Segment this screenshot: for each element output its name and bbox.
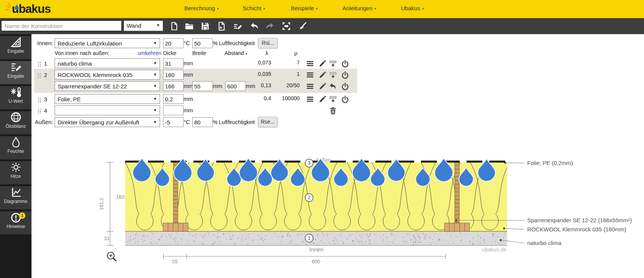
callout-2: 2	[308, 195, 311, 200]
save-icon[interactable]	[200, 21, 210, 31]
chevron-down-icon: ▾	[316, 7, 318, 11]
toggle-layer-icon[interactable]	[341, 71, 350, 80]
chevron-down-icon: ▾	[263, 7, 265, 11]
ubakus-app: { "topbar": { "logo": "ubakus", "menus":…	[0, 0, 644, 278]
construction-name-input[interactable]	[1, 20, 122, 31]
sidebar-item-hitze[interactable]: Hitze	[0, 161, 31, 184]
label-naturbo: naturbo clima	[527, 240, 562, 246]
toggle-layer-icon[interactable]	[341, 82, 350, 91]
zoom-in-icon[interactable]	[107, 252, 116, 261]
watermark: ubakus.de	[482, 247, 506, 253]
label-folie: Folie, PE (0,2mm)	[527, 160, 573, 166]
layer-row-1: 1 naturbo clima ▼ mm 0,073 7	[0, 58, 364, 70]
reverse-order-link[interactable]: umkehren	[138, 50, 161, 56]
swap-beam-icon[interactable]	[328, 82, 338, 91]
layer-row-3: 3 Folie, PE ▼ mm 0,4 100000	[0, 94, 364, 105]
outer-humidity-input[interactable]	[192, 117, 213, 127]
outer-temperature-input[interactable]	[163, 117, 184, 127]
drag-handle[interactable]	[38, 73, 41, 79]
outer-climate-row: Außen: Direkter Übergang zur Außenluft ▼…	[0, 116, 364, 128]
dim-insulation: 160	[116, 194, 125, 200]
dim-post-width: 55	[172, 259, 177, 264]
material-select[interactable]: naturbo clima ▼	[55, 58, 160, 68]
edit-layer-icon[interactable]	[318, 95, 327, 104]
insert-beam-icon[interactable]	[328, 71, 338, 80]
sun-icon	[10, 161, 22, 173]
chevron-down-icon: ▾	[374, 7, 376, 11]
logo-sparks	[6, 3, 10, 10]
menu-berechnung[interactable]: Berechnung▾	[184, 5, 218, 11]
ubakus-logo[interactable]: ubakus	[2, 1, 63, 18]
beam-width-input[interactable]	[192, 81, 213, 91]
menu-ubakus[interactable]: Ubakus▾	[401, 5, 424, 11]
undo-icon[interactable]	[250, 21, 259, 31]
inner-surface-select[interactable]: Reduzierte Luftzirkulation ▼	[55, 38, 160, 48]
label-rockwool: ROCKWOOL Klemmrock 035 (160mm)	[527, 226, 626, 232]
inner-temperature-input[interactable]	[163, 38, 184, 48]
thickness-input[interactable]	[163, 70, 184, 80]
left-dimension-lines	[107, 162, 113, 245]
clean-icon[interactable]	[298, 21, 308, 31]
callout-1: 1	[308, 236, 311, 241]
pdf-export-icon[interactable]	[217, 21, 226, 31]
chevron-down-icon: ▾	[422, 7, 424, 11]
dim-total: 191,2	[99, 198, 104, 210]
thickness-input[interactable]	[163, 94, 184, 104]
menu-schicht[interactable]: Schicht▾	[243, 5, 265, 11]
sidebar-item-hinweise[interactable]: Hinweise 1	[0, 211, 31, 234]
rsi-button[interactable]: Rsi...	[258, 38, 278, 49]
beam-thickness-input[interactable]	[163, 81, 184, 91]
chevron-down-icon: ▼	[153, 120, 157, 124]
dim-base: 31	[104, 236, 110, 241]
open-folder-icon[interactable]	[184, 21, 194, 31]
inner-climate-row: Innen: Reduzierte Luftzirkulation ▼ °C %…	[0, 38, 364, 49]
layer-menu-icon[interactable]	[306, 95, 315, 104]
material-select[interactable]: ROCKWOOL Klemmrock 035 ▼	[55, 70, 160, 80]
beam-material-select[interactable]: Sparrenexpander SE 12-22 ▼	[55, 81, 160, 91]
inner-humidity-input[interactable]	[192, 38, 213, 48]
layer-row-2-insert: Sparrenexpander SE 12-22 ▼ mm mm mm 0,13…	[0, 81, 364, 93]
toggle-layer-icon[interactable]	[341, 59, 350, 68]
chevron-down-icon: ▼	[153, 97, 157, 101]
base-layer	[125, 231, 507, 245]
thickness-input[interactable]	[163, 105, 184, 115]
edit-layer-icon[interactable]	[318, 59, 327, 68]
material-select[interactable]: Folie, PE ▼	[55, 94, 160, 104]
insert-beam-icon[interactable]	[328, 59, 338, 68]
dim-spacing: 600	[312, 259, 320, 264]
sidebar-item-feuchte[interactable]: Feuchte	[0, 136, 31, 159]
drag-handle[interactable]	[38, 61, 41, 67]
construction-type-select[interactable]: Wand ▼	[124, 20, 163, 31]
chevron-down-icon: ▼	[153, 108, 157, 112]
thickness-input[interactable]	[163, 58, 184, 68]
new-file-icon[interactable]	[169, 21, 179, 31]
layer-menu-icon[interactable]	[306, 59, 315, 68]
outer-surface-select[interactable]: Direkter Übergang zur Außenluft ▼	[55, 117, 160, 127]
menu-anleitungen[interactable]: Anleitungen▾	[342, 5, 376, 11]
fullscreen-icon[interactable]	[281, 21, 291, 31]
layer-menu-icon[interactable]	[306, 71, 315, 80]
delete-layer-icon[interactable]	[328, 106, 338, 115]
edit-layer-icon[interactable]	[318, 71, 327, 80]
layer-menu-icon[interactable]	[306, 82, 315, 91]
chart-icon	[10, 186, 22, 198]
inside-label: Innen	[309, 246, 324, 253]
toggle-layer-icon[interactable]	[341, 95, 350, 104]
layer-row-4: 4 ▼ mm	[0, 105, 364, 117]
chevron-down-icon: ▾	[217, 7, 219, 11]
insert-beam-icon[interactable]	[328, 95, 338, 104]
chevron-down-icon: ▼	[153, 72, 157, 77]
rse-button[interactable]: Rse...	[258, 117, 278, 127]
drag-handle[interactable]	[38, 97, 41, 103]
drag-handle[interactable]	[38, 108, 41, 114]
spacing-header-dropdown[interactable]: Abstand ▾	[225, 50, 247, 56]
material-select[interactable]: ▼	[55, 105, 160, 115]
notification-badge: 1	[19, 212, 25, 219]
edit-layer-icon[interactable]	[318, 82, 327, 91]
sidebar-item-diagramme[interactable]: Diagramme	[0, 186, 31, 209]
chevron-down-icon: ▼	[156, 23, 160, 27]
sign-icon[interactable]	[233, 21, 243, 31]
menu-beispiele[interactable]: Beispiele▾	[291, 5, 317, 11]
redo-icon[interactable]	[265, 21, 275, 31]
chevron-down-icon: ▼	[153, 41, 157, 45]
